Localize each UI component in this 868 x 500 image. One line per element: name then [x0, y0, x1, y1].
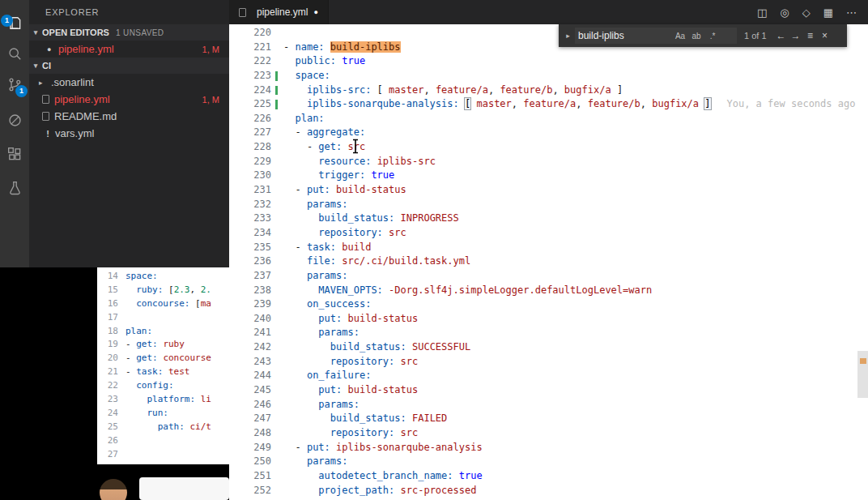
code-line-244[interactable]: 244 on_failure:	[229, 369, 868, 383]
sidebar-item-vars-yml[interactable]: ! vars.yml	[29, 125, 229, 142]
code-line-23[interactable]: 23 platform: li	[97, 393, 229, 407]
previous-match-button[interactable]: ←	[774, 30, 789, 41]
scrollbar[interactable]	[857, 24, 868, 500]
sidebar-item-sonarlint[interactable]: ▸ .sonarlint	[29, 74, 229, 91]
code-line-240[interactable]: 240 put: build-status	[229, 312, 868, 327]
file-name: pipeline.yml	[54, 93, 110, 105]
find-input[interactable]	[578, 30, 672, 41]
code-line-232[interactable]: 232 params:	[229, 198, 868, 212]
code-line-242[interactable]: 242 build_status: SUCCESSFUL	[229, 340, 868, 355]
editor-tab-bar: pipeline.yml ● ◫ ◎ ◇ ▦ ⋯	[229, 0, 868, 24]
line-number: 22	[97, 379, 118, 393]
tab-pipeline-yml[interactable]: pipeline.yml ●	[229, 0, 329, 24]
code-line-224[interactable]: 224 iplibs-src: [ master, feature/a, fea…	[229, 83, 868, 98]
next-match-button[interactable]: →	[789, 30, 803, 41]
code-line-250[interactable]: 250 params:	[229, 455, 868, 469]
line-number: 238	[229, 284, 271, 298]
scm-badge: 1	[15, 85, 28, 97]
line-number: 225	[229, 97, 271, 112]
line-number: 244	[229, 369, 271, 383]
code-line-235[interactable]: 235 - task: build	[229, 241, 868, 255]
code-line-229[interactable]: 229 resource: iplibs-src	[229, 155, 868, 169]
code-line-20[interactable]: 20- get: concourse	[97, 352, 229, 365]
line-number: 15	[97, 284, 118, 297]
code-line-252[interactable]: 252 project_path: src-processed	[229, 484, 868, 498]
extensions-activity-button[interactable]	[0, 139, 29, 169]
code-line-19[interactable]: 19- get: ruby	[97, 338, 229, 352]
code-line-21[interactable]: 21- task: test	[97, 365, 229, 379]
code-line-227[interactable]: 227 - aggregate:	[229, 126, 868, 140]
close-find-button[interactable]: ×	[818, 30, 832, 41]
whole-word-toggle[interactable]: ab	[688, 32, 704, 41]
line-number: 237	[229, 269, 271, 284]
code-line-24[interactable]: 24 run:	[97, 407, 229, 421]
code-line-225[interactable]: 225 iplibs-sonarqube-analysis: [ master,…	[229, 97, 868, 112]
search-icon	[7, 46, 23, 62]
search-activity-button[interactable]	[0, 38, 29, 69]
line-number: 19	[97, 338, 118, 352]
code-line-248[interactable]: 248 repository: src	[229, 426, 868, 441]
code-line-17[interactable]: 17	[97, 311, 229, 325]
code-line-245[interactable]: 245 put: build-status	[229, 383, 868, 398]
line-number: 234	[229, 226, 271, 241]
code-line-236[interactable]: 236 file: src/.ci/build.task.yml	[229, 254, 868, 269]
sidebar-item-pipeline-yml[interactable]: pipeline.yml 1, M	[29, 91, 229, 108]
overview-ruler-marker	[860, 358, 866, 364]
yaml-file-icon: !	[42, 129, 53, 139]
overlay-code-panel: 14space:15 ruby: [2.3, 2.16 concourse: […	[97, 267, 229, 464]
line-number: 24	[97, 407, 118, 421]
git-decoration: 1, M	[202, 45, 229, 54]
code-line-25[interactable]: 25 path: ci/t	[97, 421, 229, 434]
code-line-18[interactable]: 18plan:	[97, 325, 229, 339]
line-number: 16	[97, 297, 118, 311]
project-section-header[interactable]: ▾ CI	[29, 58, 229, 74]
code-line-231[interactable]: 231 - put: build-status	[229, 183, 868, 198]
code-line-223[interactable]: 223 space:	[229, 69, 868, 83]
beaker-activity-button[interactable]	[0, 173, 29, 203]
compare-icon[interactable]: ◇	[802, 6, 811, 19]
line-number: 20	[97, 352, 118, 365]
code-line-239[interactable]: 239 on_success:	[229, 297, 868, 312]
more-actions-icon[interactable]: ⋯	[846, 6, 857, 19]
code-line-27[interactable]: 27	[97, 448, 229, 462]
open-editors-header[interactable]: ▾ OPEN EDITORS 1 UNSAVED	[29, 24, 229, 41]
code-line-234[interactable]: 234 repository: src	[229, 226, 868, 241]
code-line-246[interactable]: 246 params:	[229, 398, 868, 412]
file-name: pipeline.yml	[58, 43, 114, 55]
code-line-226[interactable]: 226 plan:	[229, 112, 868, 126]
find-widget: ▸ Aa ab .* 1 of 1 ← → ≡ ×	[559, 24, 847, 47]
debug-activity-button[interactable]	[0, 105, 29, 135]
code-line-249[interactable]: 249 - put: iplibs-sonarqube-analysis	[229, 441, 868, 455]
split-editor-icon[interactable]: ▦	[823, 6, 833, 19]
sidebar-item-readme-md[interactable]: README.md	[29, 108, 229, 125]
find-in-selection-icon[interactable]: ≡	[803, 30, 818, 41]
code-line-16[interactable]: 16 concourse: [ma	[97, 297, 229, 311]
code-line-15[interactable]: 15 ruby: [2.3, 2.	[97, 284, 229, 297]
code-line-247[interactable]: 247 build_status: FAILED	[229, 412, 868, 426]
code-line-230[interactable]: 230 trigger: true	[229, 169, 868, 183]
regex-toggle[interactable]: .*	[704, 32, 721, 41]
open-changes-icon[interactable]: ◫	[757, 6, 767, 19]
code-line-228[interactable]: 228 - get: src	[229, 140, 868, 155]
match-case-toggle[interactable]: Aa	[672, 32, 688, 41]
code-line-237[interactable]: 237 params:	[229, 269, 868, 284]
code-line-22[interactable]: 22 config:	[97, 379, 229, 393]
line-number: 17	[97, 311, 118, 325]
line-number: 246	[229, 398, 271, 412]
code-line-14[interactable]: 14space:	[97, 270, 229, 284]
explorer-badge: 1	[1, 15, 13, 27]
find-input-box: Aa ab .*	[575, 28, 737, 44]
explorer-activity-button[interactable]: 1	[0, 7, 29, 38]
code-editor[interactable]: 220221- name: build-iplibs222 public: tr…	[229, 24, 868, 500]
preview-icon[interactable]: ◎	[780, 6, 789, 19]
code-line-241[interactable]: 241 params:	[229, 326, 868, 340]
code-line-26[interactable]: 26	[97, 434, 229, 448]
open-editor-item-pipeline[interactable]: ● pipeline.yml 1, M	[29, 41, 229, 58]
source-control-activity-button[interactable]: 1	[0, 69, 29, 100]
code-line-233[interactable]: 233 build_status: INPROGRESS	[229, 212, 868, 226]
code-line-243[interactable]: 243 repository: src	[229, 355, 868, 370]
expand-replace-icon[interactable]: ▸	[563, 32, 573, 40]
code-line-238[interactable]: 238 MAVEN_OPTS: -Dorg.slf4j.simpleLogger…	[229, 284, 868, 298]
code-line-222[interactable]: 222 public: true	[229, 54, 868, 69]
code-line-251[interactable]: 251 autodetect_branch_name: true	[229, 469, 868, 484]
